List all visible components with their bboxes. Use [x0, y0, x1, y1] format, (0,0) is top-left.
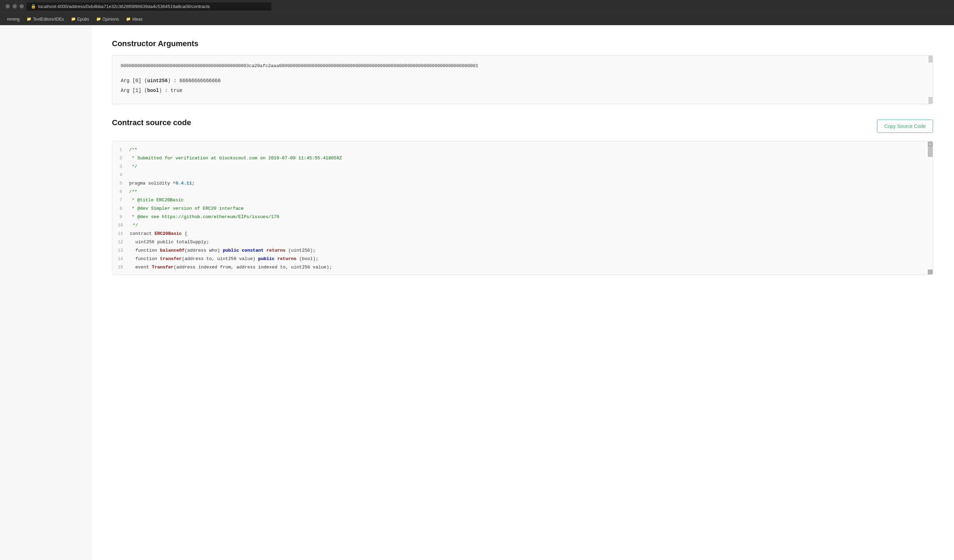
constructor-args-scroll[interactable]: 0000000000000000000000000000000000000000…: [112, 56, 933, 104]
line-num-14: 14: [118, 255, 130, 263]
arg-0-type: uint256: [147, 78, 168, 84]
folder-icon-texteditors: 📁: [26, 17, 31, 21]
main-area: Constructor Arguments 000000000000000000…: [91, 25, 954, 560]
address-bar[interactable]: 🔒 localhost:4000/address/0xb4bba71e32c36…: [26, 2, 271, 11]
line-num-6: 6: [118, 188, 129, 196]
code-line-8: 8 * @dev Simpler version of ERC20 interf…: [112, 204, 933, 213]
scroll-thumb[interactable]: [928, 146, 933, 157]
bookmark-mming[interactable]: mming: [4, 16, 22, 23]
code-editor-scroll[interactable]: 1 /** 2 * Submitted for verification at …: [112, 142, 933, 274]
scroll-top-button[interactable]: ▲: [928, 142, 933, 146]
line-num-5: 5: [118, 180, 129, 187]
constructor-args-section: Constructor Arguments 000000000000000000…: [112, 39, 933, 104]
browser-dot-2: [12, 4, 17, 8]
code-line-1: 1 /**: [112, 146, 933, 154]
arg-0-value: 66666666666666: [179, 78, 221, 84]
browser-dot-1: [6, 4, 10, 8]
folder-icon-ideas: 📁: [126, 17, 131, 21]
arg-1-line: Arg [1] (bool) : true: [121, 87, 924, 94]
code-line-9: 9 * @dev see https://github.com/ethereum…: [112, 213, 933, 221]
scroll-down-indicator[interactable]: [929, 97, 933, 104]
code-line-3: 3 */: [112, 163, 933, 171]
folder-icon-epubs: 📁: [71, 17, 76, 21]
line-content-13: function balanceOf(address who) public c…: [130, 247, 316, 255]
bookmark-ideas[interactable]: 📁 Ideas: [123, 16, 145, 23]
line-content-6: /**: [129, 188, 137, 196]
source-code-section: Contract source code Copy Source Code ▲ …: [112, 118, 933, 275]
code-line-10: 10 */: [112, 221, 933, 230]
line-content-11: contract ERC20Basic {: [130, 230, 187, 238]
code-line-5: 5 pragma solidity ^0.4.11;: [112, 179, 933, 188]
bookmark-epubs-label: Epubs: [77, 17, 89, 22]
code-line-6: 6 /**: [112, 188, 933, 196]
line-num-13: 13: [118, 247, 130, 255]
browser-dot-3: [20, 4, 24, 8]
scroll-up-indicator[interactable]: [929, 56, 933, 62]
sidebar: [0, 25, 91, 560]
line-num-4: 4: [118, 171, 129, 179]
bookmark-opinions-label: Opinions: [103, 17, 119, 22]
line-content-5: pragma solidity ^0.4.11;: [129, 180, 195, 187]
code-line-11: 11 contract ERC20Basic {: [112, 230, 933, 238]
hex-data: 0000000000000000000000000000000000000000…: [121, 62, 924, 70]
code-line-2: 2 * Submitted for verification at blocks…: [112, 154, 933, 163]
source-code-header: Contract source code Copy Source Code: [112, 118, 933, 134]
bookmark-texteditors-label: TextEditors/IDEs: [33, 17, 64, 22]
line-content-9: * @dev see https://github.com/ethereum/E…: [129, 213, 279, 221]
url-text: localhost:4000/address/0xb4bba71e32c3628…: [38, 4, 210, 9]
line-content-8: * @dev Simpler version of ERC20 interfac…: [129, 205, 244, 213]
lock-icon: 🔒: [31, 4, 36, 9]
line-num-8: 8: [118, 205, 129, 213]
line-num-15: 15: [118, 264, 130, 271]
line-num-3: 3: [118, 163, 129, 171]
code-editor-box: ▲ 1 /** 2 * Submitted for verification a…: [112, 141, 933, 275]
bookmark-mming-label: mming: [7, 17, 20, 22]
arg-0-line: Arg [0] (uint256) : 66666666666666: [121, 77, 924, 85]
line-content-2: * Submitted for verification at blocksco…: [129, 154, 342, 162]
code-line-15: 15 event Transfer(address indexed from, …: [112, 263, 933, 272]
scroll-bottom-button[interactable]: [928, 269, 933, 274]
line-content-14: function transfer(address to, uint256 va…: [130, 255, 318, 263]
line-num-12: 12: [118, 238, 130, 246]
bookmark-epubs[interactable]: 📁 Epubs: [68, 16, 92, 23]
code-line-4: 4: [112, 171, 933, 179]
bookmark-texteditors[interactable]: 📁 TextEditors/IDEs: [24, 16, 67, 23]
line-content-12: uint256 public totalSupply;: [130, 238, 209, 246]
line-num-1: 1: [118, 146, 129, 154]
bookmarks-bar: mming 📁 TextEditors/IDEs 📁 Epubs 📁 Opini…: [0, 12, 954, 25]
code-line-14: 14 function transfer(address to, uint256…: [112, 255, 933, 263]
code-line-13: 13 function balanceOf(address who) publi…: [112, 246, 933, 255]
bookmark-ideas-label: Ideas: [132, 17, 142, 22]
line-content-15: event Transfer(address indexed from, add…: [130, 264, 332, 271]
constructor-args-title: Constructor Arguments: [112, 39, 933, 48]
line-content-1: /**: [129, 146, 137, 154]
copy-source-button[interactable]: Copy Source Code: [877, 120, 933, 133]
source-code-title: Contract source code: [112, 118, 191, 127]
line-num-7: 7: [118, 196, 129, 204]
arg-1-type: bool: [147, 88, 159, 93]
constructor-args-box: 0000000000000000000000000000000000000000…: [112, 55, 933, 104]
code-line-12: 12 uint256 public totalSupply;: [112, 238, 933, 246]
bookmark-opinions[interactable]: 📁 Opinions: [94, 16, 122, 23]
line-num-10: 10: [118, 222, 130, 229]
code-line-7: 7 * @title ERC20Basic: [112, 196, 933, 204]
arg-1-value: true: [171, 88, 182, 93]
line-num-9: 9: [118, 213, 129, 221]
line-content-7: * @title ERC20Basic: [129, 196, 184, 204]
browser-chrome: 🔒 localhost:4000/address/0xb4bba71e32c36…: [0, 0, 954, 12]
line-num-11: 11: [118, 230, 130, 238]
folder-icon-opinions: 📁: [96, 17, 101, 21]
page-content: Constructor Arguments 000000000000000000…: [0, 25, 954, 560]
line-content-10: */: [130, 222, 138, 229]
line-content-3: */: [129, 163, 137, 171]
line-num-2: 2: [118, 154, 129, 162]
